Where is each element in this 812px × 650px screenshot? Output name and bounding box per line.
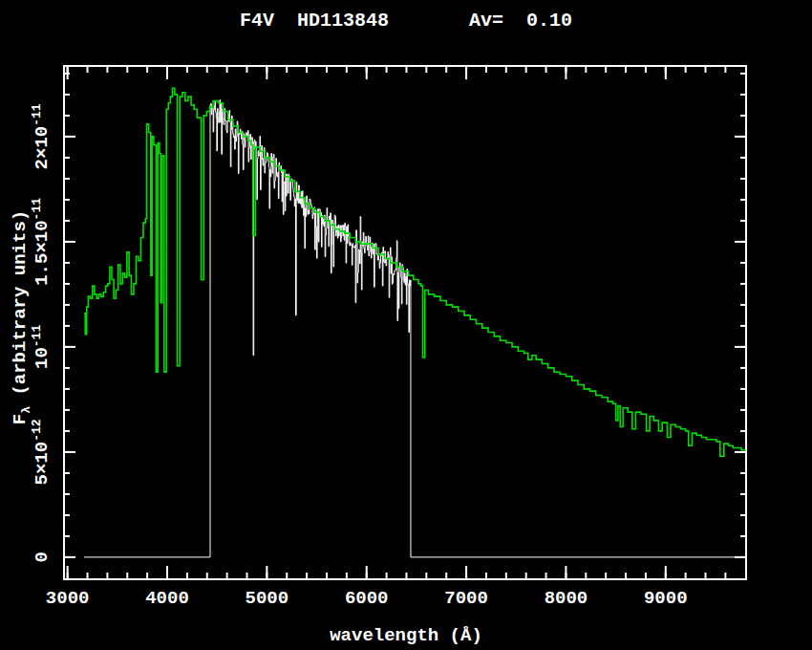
y-axis-label: Fλ (arbitrary units) [10, 210, 33, 424]
x-tick-label: 4000 [145, 588, 189, 609]
y-tick-labels: 05×10-1210-111.5×10-112×10-11 [30, 103, 53, 562]
y-axis-label-units: (arbitrary units) [10, 210, 31, 406]
model-spectrum-line [84, 88, 746, 456]
y-axis-label-lambda-subscript: λ [19, 406, 33, 414]
spectrum-chart: 300040005000600070008000900005×10-1210-1… [0, 0, 812, 650]
x-tick-label: 5000 [246, 588, 289, 609]
x-axis-label: wavelength (Å) [0, 625, 812, 646]
x-tick-label: 8000 [545, 588, 588, 609]
x-tick-label: 9000 [644, 588, 688, 609]
y-tick-label: 10-11 [30, 325, 53, 369]
observed-spectrum-line [84, 99, 746, 556]
x-tick-label: 7000 [444, 588, 488, 609]
x-tick-label: 6000 [345, 588, 389, 609]
x-tick-label: 3000 [46, 588, 90, 609]
y-axis-label-f: F [10, 414, 31, 424]
y-tick-label: 5×10-12 [30, 419, 53, 485]
y-tick-label: 2×10-11 [30, 103, 53, 169]
x-tick-labels: 3000400050006000700080009000 [46, 588, 688, 609]
y-tick-label: 0 [32, 552, 53, 562]
spectrum-plot-screen: F4V HD113848 Av= 0.10 300040005000600070… [0, 0, 812, 650]
y-tick-label: 1.5×10-11 [30, 198, 53, 286]
